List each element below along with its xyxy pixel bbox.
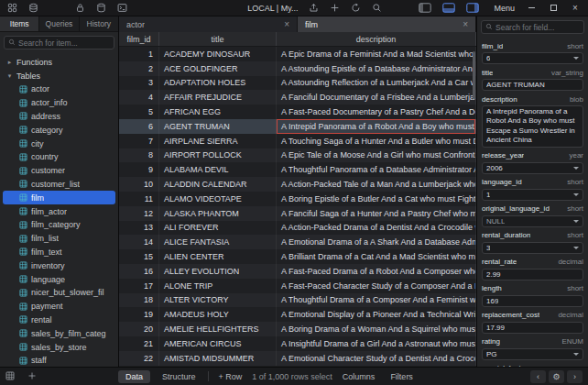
field-value-input[interactable]: 2006 bbox=[482, 162, 583, 174]
next-record-button[interactable]: › bbox=[567, 370, 583, 383]
columns-button[interactable]: Columns bbox=[337, 370, 381, 383]
apps-grid-icon[interactable] bbox=[7, 3, 17, 13]
sidebar-item-actor_info[interactable]: actor_info bbox=[0, 96, 118, 110]
cell-description[interactable]: A Thoughtful Panorama of a Database Admi… bbox=[277, 162, 476, 177]
field-value-input[interactable]: 1 bbox=[482, 189, 583, 201]
sidebar-item-film_category[interactable]: film_category bbox=[0, 218, 118, 232]
terminal-icon[interactable] bbox=[117, 3, 127, 13]
sidebar-item-film_text[interactable]: film_text bbox=[0, 246, 118, 259]
cell-title[interactable]: AMISTAD MIDSUMMER bbox=[159, 351, 277, 366]
cell-film-id[interactable]: 11 bbox=[119, 192, 159, 206]
layout-bottom-panel-icon[interactable] bbox=[442, 3, 455, 13]
sidebar-item-country[interactable]: country bbox=[0, 150, 118, 164]
maximize-button[interactable] bbox=[548, 3, 559, 14]
connection-label[interactable]: LOCAL | My... bbox=[247, 4, 298, 13]
cell-title[interactable]: ALLEY EVOLUTION bbox=[159, 264, 277, 279]
sidebar-item-city[interactable]: city bbox=[0, 137, 118, 150]
cell-film-id[interactable]: 18 bbox=[119, 293, 159, 308]
table-row[interactable]: 14 ALICE FANTASIA A Emotional Drama of a… bbox=[119, 235, 476, 249]
cell-title[interactable]: ADAPTATION HOLES bbox=[159, 76, 277, 91]
sidebar-search-input[interactable] bbox=[18, 38, 110, 48]
table-row[interactable]: 3 ADAPTATION HOLES A Astounding Reflecti… bbox=[119, 76, 476, 91]
layout-left-panel-icon[interactable] bbox=[419, 3, 431, 13]
cell-title[interactable]: AMADEUS HOLY bbox=[159, 307, 277, 322]
table-row[interactable]: 1 ACADEMY DINOSAUR A Epic Drama of a Fem… bbox=[119, 47, 476, 61]
cell-title[interactable]: ALAMO VIDEOTAPE bbox=[159, 192, 277, 206]
close-icon[interactable]: × bbox=[463, 20, 468, 29]
cell-film-id[interactable]: 21 bbox=[119, 336, 159, 351]
cell-description[interactable]: A Fast-Paced Drama of a Robot And a Comp… bbox=[277, 264, 476, 279]
field-value-input[interactable]: 17.99 bbox=[482, 322, 583, 334]
sidebar-item-sales_by_store[interactable]: sales_by_store bbox=[0, 340, 118, 354]
cell-description[interactable]: A Fast-Paced Character Study of a Compos… bbox=[277, 279, 476, 293]
cell-title[interactable]: AMERICAN CIRCUS bbox=[159, 336, 277, 351]
cell-description[interactable]: A Epic Tale of a Moose And a Girl who mu… bbox=[277, 148, 476, 163]
filters-button[interactable]: Filters bbox=[385, 370, 419, 383]
cell-title[interactable]: ALIEN CENTER bbox=[159, 249, 277, 264]
table-row[interactable]: 7 AIRPLANE SIERRA A Touching Saga of a H… bbox=[119, 134, 476, 148]
field-value-input[interactable]: 3 bbox=[482, 242, 583, 254]
cell-title[interactable]: ALABAMA DEVIL bbox=[159, 162, 277, 177]
server-database-icon[interactable] bbox=[96, 3, 106, 13]
cell-film-id[interactable]: 4 bbox=[119, 90, 159, 104]
column-header-title[interactable]: title bbox=[159, 32, 277, 46]
cell-description[interactable]: A Action-Packed Tale of a Man And a Lumb… bbox=[277, 177, 476, 192]
cell-description[interactable]: A Thoughtful Drama of a Composer And a F… bbox=[277, 293, 476, 308]
export-icon[interactable] bbox=[309, 3, 319, 13]
column-header-description[interactable]: description bbox=[277, 32, 476, 46]
cell-film-id[interactable]: 9 bbox=[119, 162, 159, 177]
table-row[interactable]: 21 AMERICAN CIRCUS A Insightful Drama of… bbox=[119, 336, 476, 351]
cell-description[interactable]: A Insightful Drama of a Girl And a Astro… bbox=[277, 336, 476, 351]
table-row[interactable]: 18 ALTER VICTORY A Thoughtful Drama of a… bbox=[119, 293, 476, 308]
cell-title[interactable]: AIRPORT POLLOCK bbox=[159, 148, 277, 163]
sidebar-item-customer_list[interactable]: customer_list bbox=[0, 178, 118, 192]
cell-description[interactable]: A Epic Drama of a Feminist And a Mad Sci… bbox=[277, 47, 476, 61]
cell-description[interactable]: A Action-Packed Drama of a Dentist And a… bbox=[277, 221, 476, 236]
cell-title[interactable]: ALONE TRIP bbox=[159, 279, 277, 293]
cell-title[interactable]: ALI FOREVER bbox=[159, 221, 277, 236]
table-row[interactable]: 15 ALIEN CENTER A Brilliant Drama of a C… bbox=[119, 249, 476, 264]
table-row[interactable]: 17 ALONE TRIP A Fast-Paced Character Stu… bbox=[119, 279, 476, 293]
sidebar-item-film_actor[interactable]: film_actor bbox=[0, 204, 118, 218]
cell-title[interactable]: AIRPLANE SIERRA bbox=[159, 134, 277, 148]
cell-title[interactable]: AGENT TRUMAN bbox=[159, 119, 277, 134]
cell-film-id[interactable]: 13 bbox=[119, 221, 159, 236]
add-row-button[interactable]: + Row bbox=[213, 370, 248, 383]
cell-description[interactable]: A Emotional Character Study of a Dentist… bbox=[277, 351, 476, 366]
cell-title[interactable]: ALASKA PHANTOM bbox=[159, 206, 277, 221]
table-row[interactable]: 6 AGENT TRUMAN A Intrepid Panorama of a … bbox=[119, 119, 476, 134]
cell-description[interactable]: A Emotional Drama of a A Shark And a Dat… bbox=[277, 235, 476, 249]
tab-film[interactable]: film × bbox=[298, 16, 476, 32]
search-icon[interactable] bbox=[372, 3, 382, 13]
plus-icon[interactable] bbox=[330, 3, 340, 13]
sidebar-item-staff[interactable]: staff bbox=[0, 354, 118, 367]
table-row[interactable]: 22 AMISTAD MIDSUMMER A Emotional Charact… bbox=[119, 351, 476, 366]
table-row[interactable]: 10 ALADDIN CALENDAR A Action-Packed Tale… bbox=[119, 177, 476, 192]
group-functions[interactable]: ▸ Functions bbox=[0, 55, 118, 69]
close-icon[interactable]: × bbox=[284, 20, 289, 29]
sidebar-tab-queries[interactable]: Queries bbox=[39, 16, 79, 31]
lock-icon[interactable] bbox=[75, 3, 85, 13]
field-value-input[interactable]: PG bbox=[482, 348, 583, 360]
database-icon[interactable] bbox=[28, 3, 38, 13]
cell-title[interactable]: ALICE FANTASIA bbox=[159, 235, 277, 249]
field-value-input[interactable]: AGENT TRUMAN bbox=[482, 79, 583, 91]
cell-description[interactable]: A Fanciful Documentary of a Frisbee And … bbox=[277, 90, 476, 104]
sidebar-item-film_list[interactable]: film_list bbox=[0, 232, 118, 246]
sidebar-item-rental[interactable]: rental bbox=[0, 314, 118, 327]
cell-description[interactable]: A Fanciful Saga of a Hunter And a Pastry… bbox=[277, 206, 476, 221]
cell-film-id[interactable]: 19 bbox=[119, 307, 159, 322]
table-row[interactable]: 20 AMELIE HELLFIGHTERS A Boring Drama of… bbox=[119, 322, 476, 336]
field-value-input[interactable]: 6 bbox=[482, 52, 583, 64]
sidebar-item-category[interactable]: category bbox=[0, 123, 118, 137]
table-row[interactable]: 16 ALLEY EVOLUTION A Fast-Paced Drama of… bbox=[119, 264, 476, 279]
cell-film-id[interactable]: 8 bbox=[119, 148, 159, 163]
sidebar-item-address[interactable]: address bbox=[0, 110, 118, 124]
sidebar-item-inventory[interactable]: inventory bbox=[0, 258, 118, 272]
sidebar-item-customer[interactable]: customer bbox=[0, 164, 118, 178]
cell-film-id[interactable]: 16 bbox=[119, 264, 159, 279]
sidebar-tab-history[interactable]: History bbox=[80, 16, 118, 31]
sidebar-item-film[interactable]: film bbox=[3, 191, 115, 204]
cell-film-id[interactable]: 12 bbox=[119, 206, 159, 221]
field-value-input[interactable]: 169 bbox=[482, 295, 583, 307]
